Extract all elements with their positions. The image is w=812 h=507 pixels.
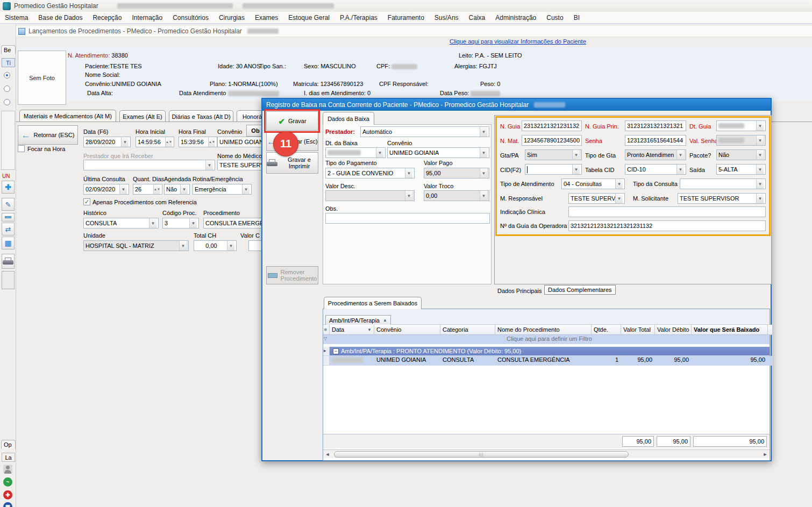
blank-tool-button[interactable] [2, 271, 15, 289]
col-convenio[interactable]: Convênio [374, 325, 440, 335]
tab-dados-complementares[interactable]: Dados Complementares [544, 285, 616, 295]
m-solicitante-field[interactable]: TESTE SUPERVISOR▼ [678, 193, 766, 204]
filter-row-text[interactable]: Clique aqui para definir um Filtro [330, 335, 770, 344]
calculator-icon[interactable]: ▦ [3, 502, 12, 507]
menu-estoque-geral[interactable]: Estoque Geral [288, 14, 330, 22]
cell-nome-procedimento[interactable]: CONSULTA EMERGÊNCIA [495, 356, 592, 366]
col-valor-total[interactable]: Valor Total [621, 325, 655, 335]
grid-indicator-header[interactable]: ✱ [323, 325, 330, 335]
sidebar-ti-header[interactable]: Ti [2, 58, 15, 67]
grid-data-row[interactable]: UNIMED GOIANIA CONSULTA CONSULTA EMERGÊN… [323, 356, 770, 366]
menu-caixa[interactable]: Caixa [469, 14, 486, 22]
valor-desc-field[interactable]: ▼ [325, 190, 415, 201]
remover-procedimento-button[interactable]: RemoverProcedimento [266, 266, 318, 284]
dt-baixa-field[interactable]: ▼ [325, 147, 386, 158]
col-data[interactable]: Data▼ [330, 325, 374, 335]
collapse-icon[interactable]: − [333, 348, 339, 354]
tipo-pagamento-field[interactable]: 2 - GUIA DE CONVENIO▼ [325, 168, 415, 178]
col-qtde[interactable]: Qtde. [592, 325, 621, 335]
sidebar-radio-3[interactable] [4, 99, 10, 105]
tipo-atendimento-field[interactable]: 04 - Consultas▼ [561, 178, 625, 189]
col-nome-procedimento[interactable]: Nome do Procedimento [495, 325, 592, 335]
gravar-imprimir-button[interactable]: Gravar e Imprimir [266, 152, 318, 174]
remove-button[interactable] [2, 213, 15, 222]
tab-honorarios[interactable]: Honorá [237, 110, 265, 122]
saida-field[interactable]: 5-ALTA▼ [716, 164, 766, 175]
col-categoria[interactable]: Categoria [440, 325, 495, 335]
vitals-icon[interactable]: ~ [3, 477, 12, 487]
edit-pencil-button[interactable]: ✎ [2, 198, 15, 211]
scroll-right-icon[interactable]: ► [761, 452, 770, 457]
menu-cirurgias[interactable]: Cirurgias [219, 14, 245, 22]
pacote-field[interactable]: Não▼ [716, 149, 766, 160]
tab-procedimentos-baixados[interactable]: Procedimentos a Serem Baixados [324, 297, 422, 309]
tab-dados-da-baixa[interactable]: Dados da Baixa [323, 112, 374, 125]
tipo-consulta-field[interactable]: ▼ [680, 178, 766, 189]
n-guia-field[interactable]: 23132121321231132 [522, 120, 582, 131]
print-button[interactable] [2, 254, 15, 269]
cid-field[interactable]: ▼ [525, 164, 582, 175]
indicacao-clinica-field[interactable] [568, 206, 766, 217]
convenio-field[interactable]: UNIMED GOIANIA [217, 137, 266, 147]
col-valor-debito[interactable]: Valor Débito [655, 325, 692, 335]
menu-base-de-dados[interactable]: Base de Dados [38, 14, 82, 22]
tab-dados-principais[interactable]: Dados Principais [497, 288, 542, 294]
sidebar-tab-be[interactable]: Be [1, 45, 16, 54]
menu-recepcao[interactable]: Recepção [92, 14, 122, 22]
scroll-left-icon[interactable]: ◄ [323, 452, 332, 457]
scroll-thumb[interactable]: ||| [334, 451, 629, 458]
total-ch-field[interactable]: 0,00▼ [194, 240, 237, 251]
n-guia-prin-field[interactable]: 31231231321321321 [625, 120, 686, 131]
menu-faturamento[interactable]: Faturamento [388, 14, 424, 22]
val-senha-field[interactable]: ▼ [716, 135, 766, 146]
cell-valor-baixado[interactable]: 95,00 [692, 356, 768, 366]
menu-pa-terapias[interactable]: P.A./Terapias [340, 14, 377, 22]
prestador-field[interactable]: Automático▼ [360, 126, 489, 137]
patient-info-link[interactable]: Clique aqui para visualizar Informações … [450, 38, 586, 45]
historico-field[interactable]: CONSULTA▼ [83, 218, 159, 228]
menu-internacao[interactable]: Internação [132, 14, 162, 22]
tabela-cid-field[interactable]: CID-10▼ [625, 164, 686, 175]
menu-custo[interactable]: Custo [546, 14, 563, 22]
valor-pago-field[interactable]: 95,00▼ [424, 168, 489, 178]
cell-qtde[interactable]: 1 [592, 356, 621, 366]
grid-group-row[interactable]: ▸ − Amb/Int/PA/Terapia : PRONTO ATENDIME… [323, 347, 770, 356]
sidebar-radio-2[interactable] [4, 85, 10, 92]
menu-sistema[interactable]: Sistema [5, 14, 28, 22]
data-f6-field[interactable]: 28/09/2020▼ [83, 137, 131, 147]
sidebar-radio-1[interactable] [4, 72, 10, 78]
tab-diarias-taxas[interactable]: Diárias e Taxas (Alt D) [169, 110, 233, 122]
cell-categoria[interactable]: CONSULTA [440, 356, 495, 366]
add-button[interactable]: ✚ [2, 181, 15, 194]
sidebar-tab-op[interactable]: Op [1, 440, 16, 449]
ultima-consulta-field[interactable]: 02/09/2020▼ [83, 184, 129, 195]
menu-bi[interactable]: BI [574, 14, 580, 22]
filter-icon[interactable]: ▽ [323, 335, 330, 344]
valor-troco-field[interactable]: 0,00▼ [424, 190, 489, 201]
unidade-field[interactable]: HOSPITAL SQL - MATRIZ▼ [83, 240, 189, 251]
n-mat-field[interactable]: 12345678901234500 [522, 135, 582, 146]
cell-valor-total[interactable]: 95,00 [621, 356, 655, 366]
tipo-gta-field[interactable]: Pronto Atendimen▼ [625, 149, 686, 160]
col-valor-baixado[interactable]: Valor que Será Baixado [692, 325, 768, 335]
prestador-receber-field[interactable]: ▼ [83, 160, 215, 170]
tab-exames[interactable]: Exames (Alt E) [119, 110, 166, 122]
cell-valor-debito[interactable]: 95,00 [655, 356, 692, 366]
dt-guia-field[interactable]: ▼ [716, 120, 766, 131]
apenas-referencia-checkbox[interactable]: ✓ [83, 198, 90, 205]
grid-horizontal-scrollbar[interactable]: ◄ ||| ► [323, 449, 770, 458]
focar-na-hora-checkbox[interactable] [18, 145, 25, 152]
nome-medico-field[interactable]: TESTE SUPERVIS [217, 160, 266, 170]
quant-dias-field[interactable]: 26▲▼ [133, 184, 162, 195]
grid-button[interactable]: ▦ [2, 237, 15, 249]
codigo-proc-field[interactable]: 3▼ [162, 218, 199, 228]
medical-cross-icon[interactable]: ✚ [3, 490, 12, 499]
dlg-convenio-field[interactable]: UNIMED GOIANIA▼ [387, 147, 489, 158]
gravar-button[interactable]: ✔ Gravar [266, 111, 318, 131]
grid-group-button[interactable]: Amb/Int/PA/Terapia ▲ [325, 315, 391, 325]
procedimento-field[interactable]: CONSULTA EMERGÊN [203, 218, 263, 228]
senha-field[interactable]: 12312316515641544 [625, 135, 686, 146]
retornar-esc-button[interactable]: ← Retornar (ESC) [18, 125, 78, 145]
menu-sus-ans[interactable]: Sus/Ans [435, 14, 459, 22]
menu-exames[interactable]: Exames [255, 14, 278, 22]
